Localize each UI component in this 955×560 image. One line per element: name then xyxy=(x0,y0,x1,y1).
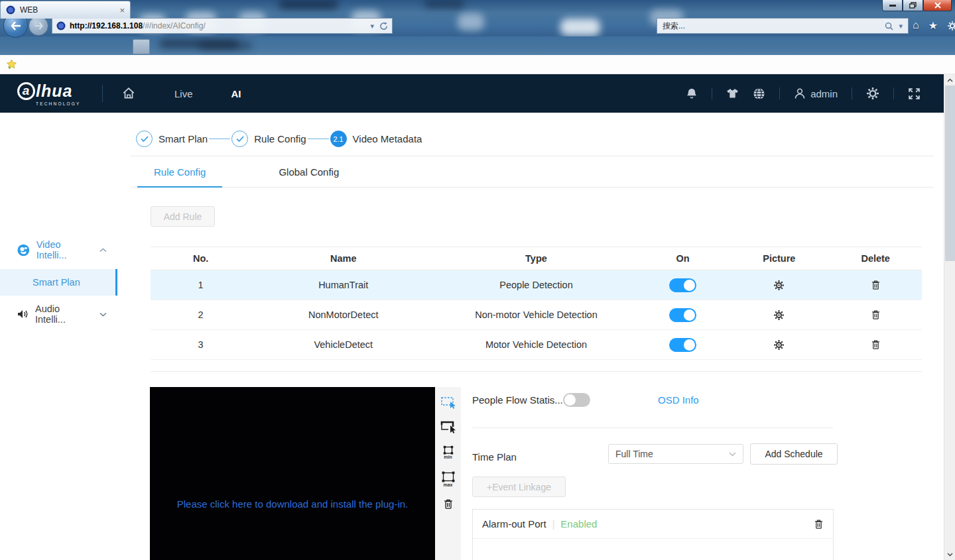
close-button[interactable] xyxy=(923,0,952,11)
user-icon xyxy=(794,87,806,99)
max-size-icon[interactable]: max xyxy=(440,471,456,487)
tab-close-icon[interactable]: × xyxy=(119,6,125,15)
plugin-download-link[interactable]: Please click here to download and instal… xyxy=(150,498,435,510)
cell-no: 1 xyxy=(151,280,251,290)
forward-icon xyxy=(34,23,42,29)
picture-config-gear-icon[interactable] xyxy=(773,309,785,321)
table-row[interactable]: 3 VehicleDetect Motor Vehicle Detection xyxy=(151,330,922,360)
app-header: alhua TECHNOLOGY Live AI admi xyxy=(0,74,955,113)
table-row[interactable]: 1 HumanTrait People Detection xyxy=(151,270,922,300)
step-label[interactable]: Smart Plan xyxy=(159,133,208,144)
search-dropdown-icon[interactable]: ▾ xyxy=(899,22,903,30)
time-plan-value: Full Time xyxy=(615,449,653,459)
picture-config-gear-icon[interactable] xyxy=(773,339,785,351)
browser-home-icon[interactable]: ⌂ xyxy=(913,19,919,32)
browser-tab[interactable]: WEB × xyxy=(0,1,131,19)
settings-gear-icon[interactable] xyxy=(866,87,879,100)
col-on: On xyxy=(637,253,730,264)
url-host: http://192.168.1.108 xyxy=(70,21,143,30)
rule-on-toggle[interactable] xyxy=(669,338,696,352)
tab-global-config[interactable]: Global Config xyxy=(262,161,355,188)
cell-type: Motor Vehicle Detection xyxy=(436,339,636,350)
chevron-down-icon xyxy=(729,452,736,457)
cell-type: People Detection xyxy=(436,280,636,290)
page-scrollbar[interactable] xyxy=(944,74,955,560)
tab-rule-config[interactable]: Rule Config xyxy=(137,161,222,188)
draw-rule-icon[interactable] xyxy=(440,396,456,409)
browser-star-icon[interactable]: ★ xyxy=(928,19,938,32)
people-flow-toggle[interactable] xyxy=(563,393,590,407)
cell-name: HumanTrait xyxy=(251,280,436,290)
people-flow-label: People Flow Statis... xyxy=(472,394,563,406)
cell-no: 3 xyxy=(151,339,251,350)
add-rule-button[interactable]: Add Rule xyxy=(151,206,215,227)
scroll-up-icon[interactable] xyxy=(944,74,955,85)
divider xyxy=(852,87,852,99)
aero-ghost xyxy=(279,0,338,9)
favorite-star-icon[interactable] xyxy=(6,59,17,70)
logo-a: a xyxy=(17,82,35,100)
step-connector xyxy=(209,139,230,139)
alarm-out-card: Alarm-out Port | Enabled xyxy=(472,509,834,560)
delete-trash-icon[interactable] xyxy=(871,280,881,290)
search-icon[interactable] xyxy=(885,22,893,30)
home-icon[interactable] xyxy=(121,86,136,101)
globe-icon[interactable] xyxy=(753,87,765,100)
nav-item-ai[interactable]: AI xyxy=(231,88,241,99)
restore-button[interactable] xyxy=(903,0,923,11)
url-dropdown-icon[interactable]: ▾ xyxy=(370,22,374,30)
time-plan-select[interactable]: Full Time xyxy=(608,444,743,464)
new-tab-button[interactable] xyxy=(133,39,150,54)
delete-trash-icon[interactable] xyxy=(871,309,881,320)
step-label[interactable]: Rule Config xyxy=(254,133,306,144)
col-delete: Delete xyxy=(829,253,922,264)
draw-toolbar: min max xyxy=(435,387,461,560)
col-name: Name xyxy=(251,253,436,264)
search-input[interactable]: 搜索... ▾ xyxy=(657,18,909,34)
col-no: No. xyxy=(151,253,251,264)
tab-title: WEB xyxy=(20,5,38,15)
sidebar-item-label: Audio Intelli... xyxy=(35,304,93,325)
address-bar[interactable]: http://192.168.1.108/#/index/AIConfig/ ▾ xyxy=(52,18,393,34)
draw-exclusion-icon[interactable] xyxy=(440,420,456,433)
delete-trash-icon[interactable] xyxy=(871,339,881,350)
sidebar-item-video-intelligence[interactable]: Video Intelli... xyxy=(0,237,117,262)
shirt-icon[interactable] xyxy=(726,88,739,99)
sidebar-item-label: Smart Plan xyxy=(32,277,80,288)
rule-on-toggle[interactable] xyxy=(669,308,696,322)
step-connector xyxy=(308,139,329,139)
osd-info-link[interactable]: OSD Info xyxy=(658,394,699,406)
separator: | xyxy=(552,519,555,530)
browser-forward-button[interactable] xyxy=(29,16,48,36)
search-placeholder: 搜索... xyxy=(663,21,685,32)
delete-drawing-icon[interactable] xyxy=(440,498,456,510)
user-menu[interactable]: admin xyxy=(794,87,838,99)
video-preview: Please click here to download and instal… xyxy=(150,387,435,560)
picture-config-gear-icon[interactable] xyxy=(773,280,785,291)
scrollbar-thumb[interactable] xyxy=(945,85,955,261)
step-label[interactable]: Video Metadata xyxy=(353,133,422,144)
refresh-icon[interactable] xyxy=(379,22,388,30)
add-schedule-button[interactable]: Add Schedule xyxy=(750,443,838,465)
alarm-delete-trash-icon[interactable] xyxy=(814,519,824,530)
step-done-icon xyxy=(231,131,248,147)
background-window-ghost xyxy=(199,42,252,50)
nav-item-live[interactable]: Live xyxy=(174,88,193,99)
fullscreen-icon[interactable] xyxy=(908,87,921,100)
alarm-out-header: Alarm-out Port | Enabled xyxy=(473,510,833,539)
alarm-out-label: Alarm-out Port xyxy=(482,518,546,530)
event-linkage-button[interactable]: +Event Linkage xyxy=(472,476,566,497)
sidebar-item-audio-intelligence[interactable]: Audio Intelli... xyxy=(0,302,117,327)
min-size-icon[interactable]: min xyxy=(440,445,456,459)
bell-icon[interactable] xyxy=(686,87,698,100)
aero-ghost xyxy=(424,0,464,8)
minimize-button[interactable] xyxy=(882,0,903,11)
table-row[interactable]: 2 NonMotorDetect Non-motor Vehicle Detec… xyxy=(151,300,922,330)
scroll-down-icon[interactable] xyxy=(944,549,955,560)
sidebar-item-smart-plan[interactable]: Smart Plan xyxy=(0,269,117,296)
browser-tools-icon[interactable] xyxy=(947,19,955,32)
page-favicon xyxy=(56,21,66,30)
divider xyxy=(779,87,780,99)
cell-no: 2 xyxy=(151,309,251,320)
rule-on-toggle[interactable] xyxy=(669,278,696,292)
